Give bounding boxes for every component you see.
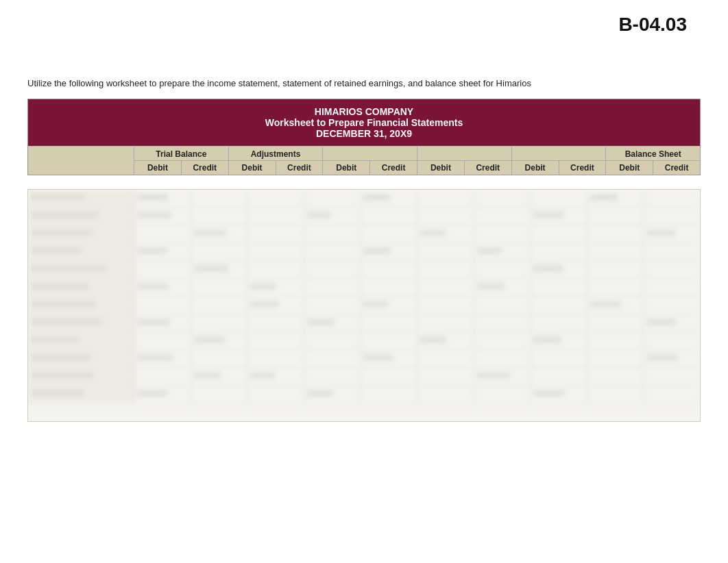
blurred-val-12-8 xyxy=(531,386,587,403)
blurred-account-1 xyxy=(28,190,134,207)
adjustments-group: Adjustments Debit Credit xyxy=(229,147,324,175)
blurred-val-6-5 xyxy=(361,279,417,296)
blurred-row-2 xyxy=(28,208,700,225)
blurred-val-4-4 xyxy=(304,243,361,260)
blurred-row-8 xyxy=(28,314,700,332)
group4-label xyxy=(417,147,511,161)
blurred-account-7 xyxy=(28,297,134,314)
blurred-row-3 xyxy=(28,225,700,243)
blurred-val-4-5 xyxy=(361,243,417,260)
blurred-val-3-8 xyxy=(531,225,587,242)
blurred-val-2-2 xyxy=(191,208,248,225)
blurred-val-1-2 xyxy=(191,190,248,207)
blurred-val-8-9 xyxy=(587,314,644,331)
blurred-val-3-6 xyxy=(417,225,474,242)
blurred-val-11-8 xyxy=(531,368,587,385)
blurred-val-8-8 xyxy=(531,314,587,331)
blurred-val-10-8 xyxy=(531,350,587,367)
blurred-val-3-7 xyxy=(474,225,531,242)
blurred-row-12 xyxy=(28,386,700,403)
blurred-val-1-5 xyxy=(361,190,417,207)
blurred-account-3 xyxy=(28,225,134,242)
blurred-val-10-1 xyxy=(134,350,191,367)
balance-sheet-credit: Credit xyxy=(653,161,700,175)
blurred-val-10-10 xyxy=(644,350,700,367)
group5-debit: Debit xyxy=(512,161,559,175)
blurred-val-11-2 xyxy=(191,368,248,385)
blurred-val-8-7 xyxy=(474,314,531,331)
blurred-row-9 xyxy=(28,332,700,350)
blurred-val-11-4 xyxy=(304,368,361,385)
group5-credit: Credit xyxy=(559,161,606,175)
blurred-val-10-2 xyxy=(191,350,248,367)
blurred-account-8 xyxy=(28,314,134,331)
blurred-row-5 xyxy=(28,261,700,279)
blurred-val-12-6 xyxy=(417,386,474,403)
blurred-val-11-5 xyxy=(361,368,417,385)
blurred-val-11-9 xyxy=(587,368,644,385)
group5-label xyxy=(512,147,606,161)
blurred-val-4-9 xyxy=(587,243,644,260)
blurred-val-12-9 xyxy=(587,386,644,403)
blurred-val-10-4 xyxy=(304,350,361,367)
blurred-val-4-7 xyxy=(474,243,531,260)
blurred-val-10-5 xyxy=(361,350,417,367)
group4: Debit Credit xyxy=(417,147,512,175)
blurred-val-7-9 xyxy=(587,297,644,314)
group4-sublabels: Debit Credit xyxy=(417,161,511,175)
account-col-header xyxy=(28,147,134,175)
blurred-val-11-6 xyxy=(417,368,474,385)
blurred-val-12-3 xyxy=(247,386,304,403)
company-name: HIMARIOS COMPANY xyxy=(32,106,696,117)
blurred-val-4-1 xyxy=(134,243,191,260)
blurred-val-2-7 xyxy=(474,208,531,225)
blurred-row-1 xyxy=(28,190,700,208)
blurred-val-10-6 xyxy=(417,350,474,367)
blurred-val-7-7 xyxy=(474,297,531,314)
blurred-val-3-4 xyxy=(304,225,361,242)
blurred-val-12-2 xyxy=(191,386,248,403)
group4-credit: Credit xyxy=(465,161,511,175)
adjustments-credit: Credit xyxy=(276,161,323,175)
blurred-val-7-2 xyxy=(191,297,248,314)
blurred-val-12-4 xyxy=(304,386,361,403)
blurred-val-6-8 xyxy=(531,279,587,296)
blurred-val-3-3 xyxy=(247,225,304,242)
blurred-val-6-9 xyxy=(587,279,644,296)
blurred-row-11 xyxy=(28,368,700,386)
blurred-val-9-1 xyxy=(134,332,191,349)
blurred-val-10-7 xyxy=(474,350,531,367)
blurred-val-3-10 xyxy=(644,225,700,242)
blurred-val-5-4 xyxy=(304,261,361,278)
blurred-val-4-8 xyxy=(531,243,587,260)
blurred-val-5-3 xyxy=(247,261,304,278)
blurred-val-2-3 xyxy=(247,208,304,225)
blurred-val-1-7 xyxy=(474,190,531,207)
blurred-val-5-1 xyxy=(134,261,191,278)
blurred-account-2 xyxy=(28,208,134,225)
blurred-val-3-5 xyxy=(361,225,417,242)
group4-debit: Debit xyxy=(417,161,465,175)
group5-sublabels: Debit Credit xyxy=(512,161,606,175)
blurred-val-8-4 xyxy=(304,314,361,331)
blurred-val-6-2 xyxy=(191,279,248,296)
balance-sheet-label: Balance Sheet xyxy=(606,147,700,161)
blurred-val-9-4 xyxy=(304,332,361,349)
blurred-val-9-7 xyxy=(474,332,531,349)
blurred-val-9-2 xyxy=(191,332,248,349)
worksheet-date: DECEMBER 31, 20X9 xyxy=(32,128,696,139)
blurred-val-5-8 xyxy=(531,261,587,278)
blurred-val-7-3 xyxy=(247,297,304,314)
blurred-val-7-5 xyxy=(361,297,417,314)
blurred-val-11-1 xyxy=(134,368,191,385)
blurred-val-12-10 xyxy=(644,386,700,403)
blurred-account-12 xyxy=(28,386,134,403)
trial-balance-group: Trial Balance Debit Credit xyxy=(134,147,229,175)
blurred-val-1-6 xyxy=(417,190,474,207)
blurred-val-1-3 xyxy=(247,190,304,207)
blurred-val-1-10 xyxy=(644,190,700,207)
blurred-val-9-9 xyxy=(587,332,644,349)
blurred-val-8-3 xyxy=(247,314,304,331)
blurred-data-area xyxy=(27,189,701,422)
blurred-val-12-7 xyxy=(474,386,531,403)
